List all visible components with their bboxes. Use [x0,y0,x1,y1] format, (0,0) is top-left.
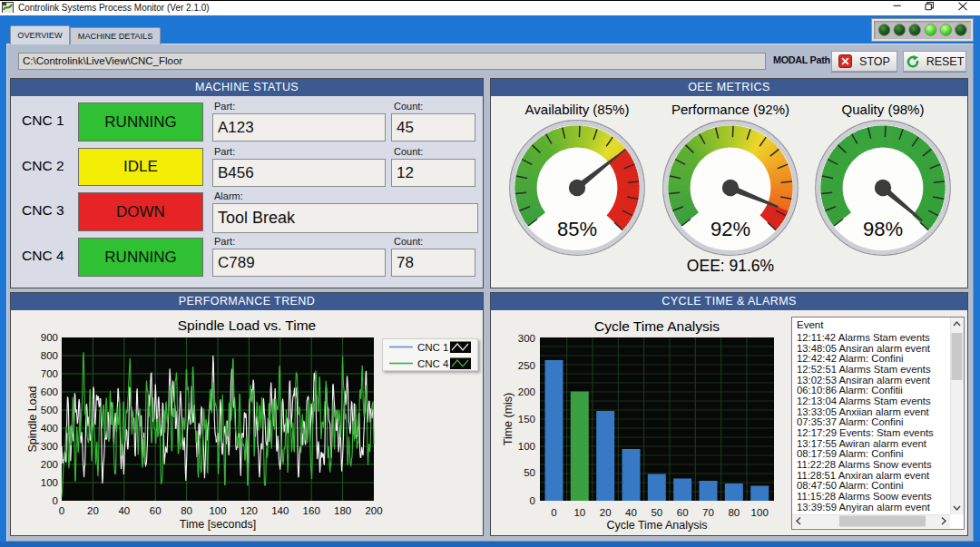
svg-text:85%: 85% [557,218,597,240]
svg-text:60: 60 [677,507,689,518]
svg-text:70: 70 [702,507,714,518]
svg-text:600: 600 [41,386,58,397]
svg-text:Cycle Time Analysis: Cycle Time Analysis [606,519,707,532]
svg-text:100: 100 [209,505,226,516]
svg-text:0: 0 [59,505,64,516]
svg-text:140: 140 [271,505,289,516]
svg-text:Spindle Load: Spindle Load [26,386,39,452]
svg-text:CNC 4: CNC 4 [417,358,449,369]
svg-text:180: 180 [334,505,351,516]
svg-text:0: 0 [551,507,556,518]
svg-text:80: 80 [728,507,740,518]
svg-text:200: 200 [518,386,535,397]
svg-text:400: 400 [41,423,58,434]
svg-text:92%: 92% [710,218,750,240]
svg-text:150: 150 [518,414,535,425]
svg-text:10: 10 [573,507,585,518]
svg-text:900: 900 [41,332,58,343]
svg-text:98%: 98% [863,218,903,240]
svg-text:50: 50 [524,467,535,478]
svg-text:100: 100 [751,507,769,518]
svg-text:800: 800 [41,350,58,361]
svg-text:60: 60 [150,505,162,516]
svg-text:700: 700 [41,368,58,379]
svg-text:300: 300 [518,333,535,344]
svg-text:300: 300 [41,441,58,452]
svg-text:40: 40 [625,507,637,518]
svg-text:200: 200 [41,459,58,470]
svg-text:Time [seconds]: Time [seconds] [180,518,256,531]
svg-text:40: 40 [118,505,130,516]
svg-text:20: 20 [87,505,99,516]
svg-text:100: 100 [518,441,535,452]
svg-text:0: 0 [53,495,58,506]
svg-text:CNC 1: CNC 1 [417,342,449,353]
svg-text:500: 500 [41,405,58,415]
svg-text:20: 20 [600,507,612,518]
svg-text:200: 200 [365,505,382,516]
svg-text:160: 160 [303,505,320,516]
svg-text:250: 250 [518,360,535,371]
svg-text:50: 50 [651,507,662,518]
svg-text:0: 0 [530,495,535,506]
svg-text:80: 80 [181,505,192,516]
svg-text:Time (mis): Time (mis) [502,393,514,446]
svg-text:100: 100 [41,477,58,488]
svg-text:120: 120 [240,505,258,516]
